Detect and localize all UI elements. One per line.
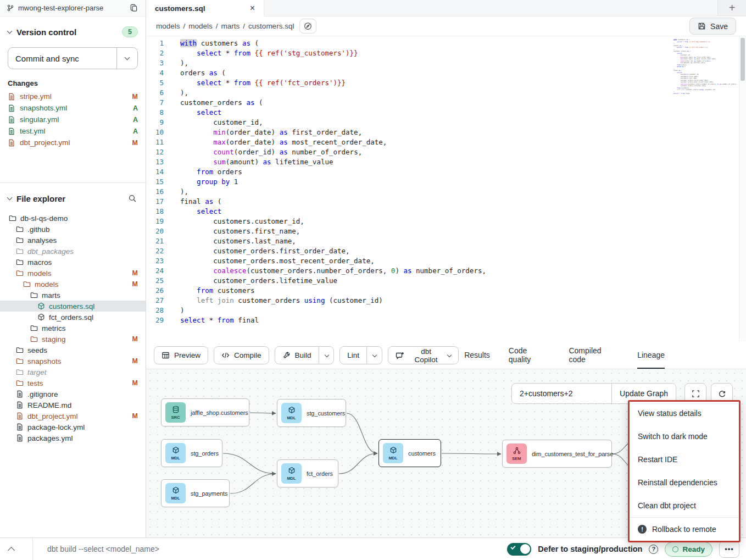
code-line[interactable]: customer_orders.lifetime_value [180,276,746,286]
tree-item-seeds[interactable]: seeds [0,345,146,356]
compile-button[interactable]: Compile [214,346,269,364]
change-item[interactable]: test.ymlA [0,125,146,137]
code-line[interactable]: from orders [180,167,746,177]
tree-item-tests[interactable]: testsM [0,378,146,389]
file-search-button[interactable] [127,193,138,204]
lineage-node-stg_orders[interactable]: MDLstg_orders [161,439,222,467]
tree-item--github[interactable]: .github [0,224,146,235]
breadcrumb-segment[interactable]: customers.sql [248,22,294,30]
status-options-button[interactable]: ••• [719,541,739,558]
lineage-node-customers[interactable]: MDLcustomers [378,439,441,467]
tree-item-snapshots[interactable]: snapshotsM [0,356,146,367]
code-line[interactable]: select * from {{ ref('fct_orders')}} [180,78,746,88]
tab-customers-sql[interactable]: customers.sql × [146,0,264,16]
tree-item-analyses[interactable]: analyses [0,235,146,246]
file-explorer-header[interactable]: File explorer [0,188,146,208]
tree-item-models[interactable]: modelsM [0,279,146,290]
code-line[interactable]: sum(amount) as lifetime_value [180,157,746,167]
commit-and-sync-button[interactable]: Commit and sync [8,48,116,69]
tree-item-models[interactable]: modelsM [0,268,146,279]
code-line[interactable]: with customers as ( [180,38,746,48]
breadcrumb-segment[interactable]: models [188,22,213,30]
change-item[interactable]: singular.ymlA [0,114,146,125]
lineage-node-stg_customers[interactable]: MDLstg_customers [277,399,346,427]
code-line[interactable]: customer_orders as ( [180,98,746,108]
tree-item-staging[interactable]: stagingM [0,334,146,345]
tree-item-package-lock-yml[interactable]: package-lock.yml [0,422,146,433]
help-icon[interactable]: ? [649,545,658,554]
ide-status-badge[interactable]: Ready [665,542,712,557]
change-item[interactable]: snapshots.ymlA [0,102,146,114]
breadcrumb-segment[interactable]: marts [221,22,240,30]
code-line[interactable]: select [180,108,746,118]
tab-results[interactable]: Results [464,342,490,369]
copy-branch-button[interactable] [129,3,139,13]
code-line[interactable]: from customers [180,286,746,296]
lint-button[interactable]: Lint [340,347,366,364]
code-line[interactable]: left join customer_orders using (custome… [180,296,746,306]
version-control-header[interactable]: Version control 5 [0,22,146,42]
tree-item-readme-md[interactable]: README.md [0,400,146,411]
save-button[interactable]: Save [689,18,736,35]
lineage-node-stg_payments[interactable]: MDLstg_payments [161,479,230,507]
build-button[interactable]: Build [275,347,319,364]
tab-compiled-code[interactable]: Compiled code [569,342,619,369]
code-line[interactable]: ), [180,88,746,98]
close-tab-icon[interactable]: × [250,4,255,13]
tree-item-packages-yml[interactable]: packages.yml [0,433,146,443]
preview-button[interactable]: Preview [154,346,208,364]
tree-item-fct-orders-sql[interactable]: fct_orders.sql [0,312,146,323]
tree-item-metrics[interactable]: metrics [0,323,146,334]
code-line[interactable]: customers.customer_id, [180,217,746,226]
code-line[interactable]: orders as ( [180,68,746,78]
explore-lineage-button[interactable] [299,19,316,34]
change-item[interactable]: stripe.ymlM [0,91,146,102]
menu-item-clean-dbt-project[interactable]: Clean dbt project [630,494,739,517]
code-line[interactable]: customer_orders.most_recent_order_date, [180,256,746,266]
new-tab-button[interactable]: + [717,0,746,16]
code-line[interactable]: count(order_id) as number_of_orders, [180,147,746,157]
tab-lineage[interactable]: Lineage [637,342,665,369]
code-line[interactable]: select * from final [180,315,746,325]
code-line[interactable]: select * from {{ ref('stg_customers')}} [180,48,746,58]
code-line[interactable]: customer_orders.first_order_date, [180,246,746,256]
tree-item-customers-sql[interactable]: customers.sql [0,301,146,312]
change-item[interactable]: dbt_project.ymlM [0,137,146,148]
code-line[interactable]: coalesce(customer_orders.number_of_order… [180,266,746,276]
breadcrumb-segment[interactable]: models [156,22,180,30]
code-line[interactable]: customers.last_name, [180,236,746,246]
code-line[interactable]: customers.first_name, [180,226,746,236]
code-content[interactable]: with customers as ( select * from {{ ref… [170,36,746,342]
tree-item--gitignore[interactable]: .gitignore [0,389,146,400]
dbt-copilot-button[interactable]: dbt Copilot [388,346,459,364]
menu-item-switch-to-dark-mode[interactable]: Switch to dark mode [630,425,739,448]
tree-item-dbt-project-yml[interactable]: dbt_project.ymlM [0,411,146,422]
build-options-button[interactable] [319,347,335,364]
lineage-node-dim[interactable]: SEMdim_customers_test_for_parse [502,440,612,468]
lineage-node-fct_orders[interactable]: MDLfct_orders [277,459,338,487]
tree-item-dbt-packages[interactable]: dbt_packages [0,246,146,257]
tree-item-macros[interactable]: macros [0,257,146,268]
tree-item-marts[interactable]: marts [0,290,146,301]
lint-options-button[interactable] [366,347,382,364]
expand-command-bar-button[interactable] [8,545,15,554]
lineage-node-src_customers[interactable]: SRCjaffle_shop.customers [161,398,249,426]
code-line[interactable]: min(order_date) as first_order_date, [180,127,746,137]
code-line[interactable]: final as ( [180,197,746,207]
menu-item-reinstall-dependencies[interactable]: Reinstall dependencies [630,471,739,494]
code-line[interactable]: select [180,207,746,217]
code-line[interactable]: ), [180,58,746,68]
code-editor[interactable]: 1234567891011121314151617181920212223242… [146,36,746,342]
tree-item-db-sl-qs-demo[interactable]: db-sl-qs-demo [0,213,146,224]
scrollbar-thumb[interactable] [741,38,745,81]
tab-code-quality[interactable]: Code quality [509,342,550,369]
code-line[interactable]: group by 1 [180,177,746,187]
tree-item-target[interactable]: target [0,367,146,378]
command-input[interactable]: dbt build --select <model_name> [47,545,500,553]
menu-item-rollback-to-remote[interactable]: !Rollback to remote [630,518,739,541]
lineage-selector-input[interactable]: 2+customers+2 [512,384,611,403]
code-line[interactable]: ), [180,187,746,197]
menu-item-view-status-details[interactable]: View status details [630,402,739,425]
editor-scrollbar[interactable] [739,36,746,342]
defer-toggle[interactable] [507,543,531,556]
